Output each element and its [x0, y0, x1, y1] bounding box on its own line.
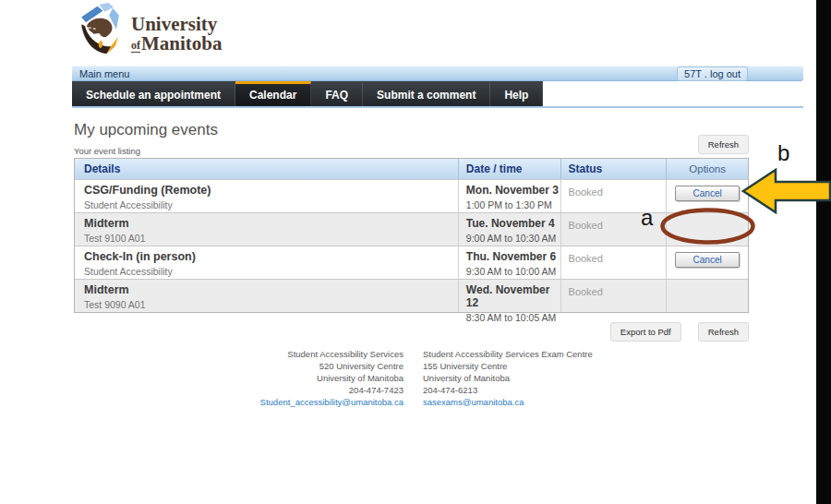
university-logo-text: University ofManitoba	[131, 7, 223, 54]
logout-link[interactable]: 57T . log out	[677, 66, 748, 81]
logo-manitoba: Manitoba	[141, 32, 223, 54]
event-subtitle: Test 9100 A01	[84, 233, 458, 244]
event-date: Thu. November 6	[466, 250, 560, 263]
header-date-time: Date / time	[459, 159, 561, 179]
details-cell: Midterm Test 9100 A01	[75, 213, 459, 246]
university-crest-icon	[78, 3, 123, 58]
annotation-label-b: b	[777, 140, 789, 166]
header-status: Status	[561, 159, 668, 179]
event-title: CSG/Funding (Remote)	[84, 184, 458, 197]
event-subtitle: Student Accessibility	[84, 199, 458, 210]
event-title: Midterm	[84, 217, 458, 230]
table-row: Check-In (in person) Student Accessibili…	[75, 246, 748, 279]
date-cell: Tue. November 4 9:00 AM to 10:30 AM	[459, 213, 561, 246]
event-title: Midterm	[84, 283, 458, 296]
footer-contact-right: Student Accessibility Services Exam Cent…	[423, 348, 593, 408]
event-date: Wed. November 12	[466, 283, 560, 309]
event-time: 9:30 AM to 10:00 AM	[466, 266, 560, 277]
details-cell: Check-In (in person) Student Accessibili…	[75, 246, 459, 279]
page: University ofManitoba Main menu 57T . lo…	[0, 0, 831, 504]
events-table: Details Date / time Status Options CSG/F…	[74, 158, 749, 313]
event-title: Check-In (in person)	[84, 250, 458, 263]
event-date: Mon. November 3	[466, 184, 560, 197]
date-cell: Wed. November 12 8:30 AM to 10:05 AM	[459, 280, 561, 312]
logo-line2: ofManitoba	[131, 34, 223, 54]
footer-org: Student Accessibility Services Exam Cent…	[423, 348, 593, 360]
tab-schedule-appointment[interactable]: Schedule an appointment	[72, 81, 235, 106]
export-pdf-button[interactable]: Export to Pdf	[610, 322, 681, 342]
main-menu-label: Main menu	[79, 68, 129, 79]
university-logo: University ofManitoba	[78, 3, 223, 58]
logo-line1: University	[131, 15, 223, 34]
header-options: Options	[667, 159, 748, 179]
status-cell: Booked	[561, 280, 668, 312]
cancel-button[interactable]: Cancel	[675, 252, 740, 268]
footer-address: 155 University Centre	[423, 360, 593, 372]
page-title: My upcoming events	[74, 121, 218, 139]
event-time: 9:00 AM to 10:30 AM	[466, 233, 560, 244]
event-listing-label: Your event listing	[74, 146, 140, 156]
annotation-label-a: a	[641, 205, 653, 231]
annotation-circle-icon	[659, 207, 756, 246]
cancel-button[interactable]: Cancel	[675, 186, 740, 201]
event-subtitle: Test 9090 A01	[84, 299, 458, 310]
status-cell: Booked	[561, 246, 668, 279]
refresh-button-top[interactable]: Refresh	[698, 135, 749, 154]
details-cell: Midterm Test 9090 A01	[75, 280, 459, 312]
footer-org: Student Accessibility Services	[145, 348, 403, 360]
footer-address: 520 University Centre	[145, 360, 403, 372]
date-cell: Thu. November 6 9:30 AM to 10:00 AM	[459, 246, 561, 279]
bottom-button-bar: Export to Pdf Refresh	[74, 322, 749, 342]
nav-underline	[72, 106, 803, 108]
table-row: Midterm Test 9090 A01 Wed. November 12 8…	[75, 279, 748, 312]
footer-university: University of Manitoba	[145, 372, 403, 384]
footer-phone: 204-474-7423	[145, 384, 403, 396]
footer-email-link[interactable]: sasexams@umanitoba.ca	[423, 396, 593, 408]
screen-edge-strip	[816, 0, 831, 504]
header-details: Details	[75, 159, 459, 179]
tab-help[interactable]: Help	[490, 81, 543, 106]
options-cell: Cancel	[667, 246, 748, 279]
logo-of: of	[131, 39, 140, 53]
event-date: Tue. November 4	[466, 217, 560, 230]
tab-calendar[interactable]: Calendar	[235, 81, 311, 106]
event-time: 1:00 PM to 1:30 PM	[466, 199, 560, 210]
tab-faq[interactable]: FAQ	[311, 81, 363, 106]
tab-submit-comment[interactable]: Submit a comment	[363, 81, 490, 106]
table-header-row: Details Date / time Status Options	[75, 159, 748, 179]
footer-phone: 204-474-6213	[423, 384, 593, 396]
event-subtitle: Student Accessibility	[84, 266, 458, 277]
details-cell: CSG/Funding (Remote) Student Accessibili…	[75, 180, 459, 212]
footer-contact-left: Student Accessibility Services 520 Unive…	[145, 348, 403, 408]
footer-email-link[interactable]: Student_accessibility@umanitoba.ca	[145, 396, 403, 408]
main-menu-bar: Main menu 57T . log out	[72, 66, 803, 81]
footer-university: University of Manitoba	[423, 372, 593, 384]
refresh-button-bottom[interactable]: Refresh	[698, 322, 749, 342]
options-cell-empty	[667, 280, 748, 312]
date-cell: Mon. November 3 1:00 PM to 1:30 PM	[459, 180, 561, 212]
nav-tabs: Schedule an appointment Calendar FAQ Sub…	[72, 81, 543, 106]
